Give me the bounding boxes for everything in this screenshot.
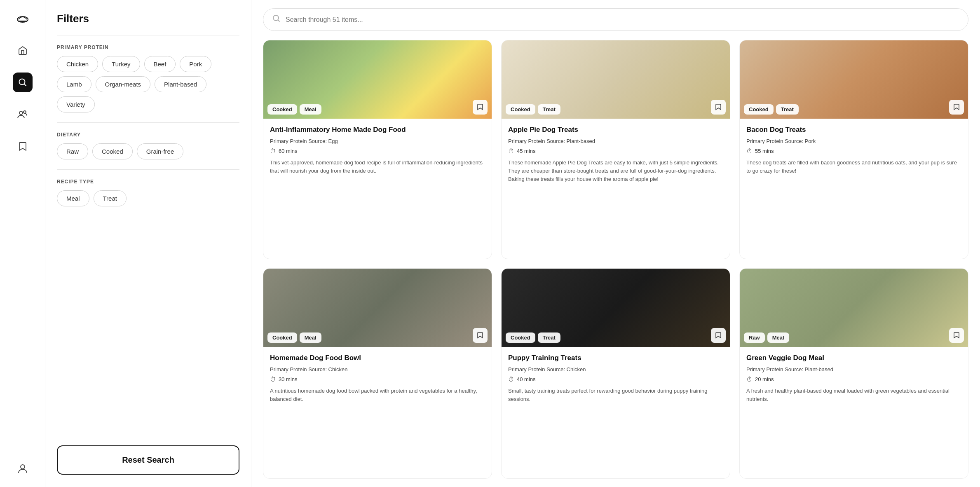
tag-cooked-2: Cooked (744, 104, 774, 115)
recipe-time-text-3: 30 mins (279, 376, 298, 382)
recipe-protein-2: Primary Protein Source: Pork (746, 138, 961, 144)
svg-rect-1 (18, 21, 27, 22)
chip-meal[interactable]: Meal (57, 190, 89, 206)
recipe-desc-1: These homemade Apple Pie Dog Treats are … (508, 159, 723, 183)
tag-treat-4: Treat (538, 332, 560, 343)
recipe-type-section: RECIPE TYPE Meal Treat (57, 179, 239, 216)
svg-point-2 (19, 79, 25, 85)
chip-turkey[interactable]: Turkey (102, 56, 140, 72)
recipe-card-2[interactable]: Cooked Treat Bacon Dog Treats Primary Pr… (739, 40, 968, 259)
tag-cooked-0: Cooked (267, 104, 297, 115)
recipe-tags-3: Cooked Meal (267, 332, 321, 343)
recipe-title-5: Green Veggie Dog Meal (746, 354, 961, 363)
chip-grain-free[interactable]: Grain-free (137, 143, 184, 159)
recipe-card-0[interactable]: Cooked Meal Anti-Inflammatory Home Made … (263, 40, 492, 259)
recipe-image-2: Cooked Treat (740, 40, 968, 119)
recipe-time-text-4: 40 mins (517, 376, 536, 382)
recipe-time-4: ⏱ 40 mins (508, 376, 723, 383)
recipe-title-2: Bacon Dog Treats (746, 125, 961, 135)
recipe-title-1: Apple Pie Dog Treats (508, 125, 723, 135)
recipe-desc-4: Small, tasty training treats perfect for… (508, 387, 723, 403)
svg-point-3 (19, 111, 23, 115)
chip-variety[interactable]: Variety (57, 96, 95, 112)
recipe-tags-4: Cooked Treat (506, 332, 560, 343)
chip-organ-meats[interactable]: Organ-meats (96, 76, 151, 92)
bowl-icon[interactable] (13, 8, 33, 28)
recipe-protein-1: Primary Protein Source: Plant-based (508, 138, 723, 144)
recipe-desc-0: This vet-approved, homemade dog food rec… (270, 159, 485, 175)
recipe-time-2: ⏱ 55 mins (746, 148, 961, 155)
recipe-title-4: Puppy Training Treats (508, 354, 723, 363)
recipe-card-4[interactable]: Cooked Treat Puppy Training Treats Prima… (501, 268, 730, 479)
bookmark-nav-icon[interactable] (13, 137, 33, 157)
recipe-info-3: Homemade Dog Food Bowl Primary Protein S… (263, 347, 492, 411)
recipe-time-text-5: 20 mins (755, 376, 774, 382)
clock-icon-5: ⏱ (746, 376, 753, 383)
bookmark-2[interactable] (949, 100, 964, 115)
dietary-section: DIETARY Raw Cooked Grain-free (57, 132, 239, 169)
chip-chicken[interactable]: Chicken (57, 56, 98, 72)
recipe-info-5: Green Veggie Dog Meal Primary Protein So… (740, 347, 968, 411)
recipe-grid: Cooked Meal Anti-Inflammatory Home Made … (263, 40, 968, 479)
group-icon[interactable] (13, 105, 33, 124)
tag-meal-3: Meal (300, 332, 321, 343)
bookmark-3[interactable] (473, 328, 488, 343)
chip-cooked[interactable]: Cooked (92, 143, 133, 159)
primary-protein-label: PRIMARY PROTEIN (57, 44, 239, 50)
primary-protein-section: PRIMARY PROTEIN Chicken Turkey Beef Pork… (57, 44, 239, 122)
clock-icon-3: ⏱ (270, 376, 276, 383)
recipe-card-5[interactable]: Raw Meal Green Veggie Dog Meal Primary P… (739, 268, 968, 479)
dietary-chips: Raw Cooked Grain-free (57, 143, 239, 159)
reset-search-button[interactable]: Reset Search (57, 445, 239, 475)
search-input[interactable] (286, 16, 959, 23)
chip-plant-based[interactable]: Plant-based (155, 76, 206, 92)
bookmark-5[interactable] (949, 328, 964, 343)
recipe-desc-3: A nutritious homemade dog food bowl pack… (270, 387, 485, 403)
clock-icon-0: ⏱ (270, 148, 276, 155)
recipe-time-text-0: 60 mins (279, 148, 298, 154)
tag-meal-5: Meal (767, 332, 789, 343)
sidebar (0, 0, 45, 487)
bookmark-4[interactable] (711, 328, 726, 343)
filters-title: Filters (57, 12, 239, 25)
recipe-card-3[interactable]: Cooked Meal Homemade Dog Food Bowl Prima… (263, 268, 492, 479)
recipe-type-chips: Meal Treat (57, 190, 239, 206)
recipe-image-4: Cooked Treat (502, 269, 730, 347)
recipe-time-0: ⏱ 60 mins (270, 148, 485, 155)
recipe-image-0: Cooked Meal (263, 40, 492, 119)
recipe-title-0: Anti-Inflammatory Home Made Dog Food (270, 125, 485, 135)
recipe-info-4: Puppy Training Treats Primary Protein So… (502, 347, 730, 411)
recipe-protein-4: Primary Protein Source: Chicken (508, 366, 723, 372)
recipe-title-3: Homemade Dog Food Bowl (270, 354, 485, 363)
tag-cooked-4: Cooked (506, 332, 535, 343)
filters-panel: Filters PRIMARY PROTEIN Chicken Turkey B… (45, 0, 251, 487)
recipe-info-0: Anti-Inflammatory Home Made Dog Food Pri… (263, 119, 492, 183)
recipe-protein-5: Primary Protein Source: Plant-based (746, 366, 961, 372)
search-bar (263, 8, 968, 31)
chip-beef[interactable]: Beef (144, 56, 176, 72)
tag-cooked-1: Cooked (506, 104, 535, 115)
recipe-info-1: Apple Pie Dog Treats Primary Protein Sou… (502, 119, 730, 191)
clock-icon-2: ⏱ (746, 148, 753, 155)
reset-search-container: Reset Search (57, 433, 239, 475)
chip-treat[interactable]: Treat (94, 190, 127, 206)
recipe-desc-5: A fresh and healthy plant-based dog meal… (746, 387, 961, 403)
tag-meal-0: Meal (300, 104, 321, 115)
svg-point-5 (21, 465, 25, 469)
bookmark-0[interactable] (473, 100, 488, 115)
recipe-time-text-2: 55 mins (755, 148, 774, 154)
chip-raw[interactable]: Raw (57, 143, 88, 159)
chip-lamb[interactable]: Lamb (57, 76, 91, 92)
recipe-image-1: Cooked Treat (502, 40, 730, 119)
chip-pork[interactable]: Pork (180, 56, 211, 72)
tag-treat-2: Treat (776, 104, 799, 115)
clock-icon-4: ⏱ (508, 376, 514, 383)
bookmark-1[interactable] (711, 100, 726, 115)
search-icon-nav[interactable] (13, 73, 33, 92)
dietary-label: DIETARY (57, 132, 239, 138)
home-icon[interactable] (13, 40, 33, 60)
recipe-type-label: RECIPE TYPE (57, 179, 239, 185)
profile-icon[interactable] (13, 459, 33, 479)
recipe-card-1[interactable]: Cooked Treat Apple Pie Dog Treats Primar… (501, 40, 730, 259)
recipe-time-5: ⏱ 20 mins (746, 376, 961, 383)
